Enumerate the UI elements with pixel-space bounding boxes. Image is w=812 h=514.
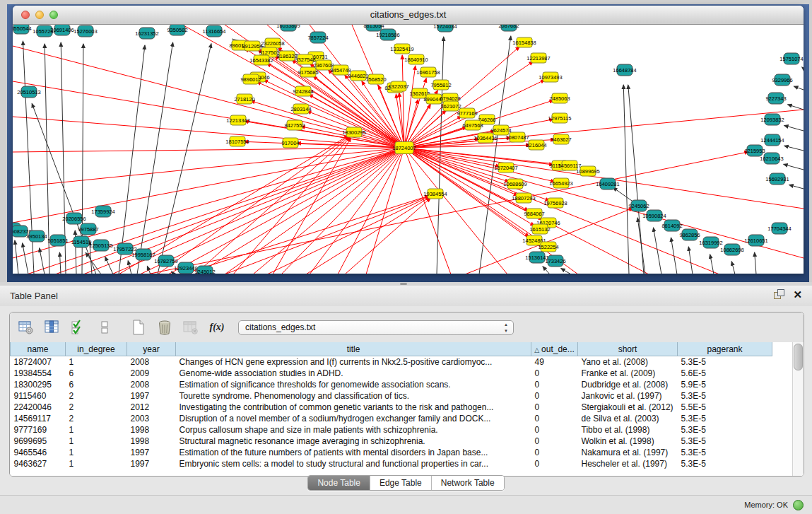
clear-selection-button[interactable] (95, 317, 114, 337)
close-panel-icon[interactable]: ✕ (793, 289, 802, 300)
svg-text:9329966: 9329966 (772, 77, 792, 83)
tab-node-table[interactable]: Node Table (308, 476, 370, 490)
graph-node[interactable]: 9329966 (772, 74, 792, 86)
graph-node[interactable]: 1568520 (365, 74, 386, 84)
svg-text:16648784: 16648784 (613, 67, 636, 74)
table-cell: Jankovic et al. (1997) (578, 390, 678, 402)
delete-table-button[interactable] (181, 317, 201, 337)
new-column-button[interactable] (129, 317, 148, 337)
svg-text:19958167: 19958167 (131, 252, 155, 258)
float-panel-icon[interactable] (774, 289, 784, 300)
graph-node[interactable]: 9245062 (628, 200, 649, 211)
graph-node[interactable]: 9245012 (194, 266, 215, 274)
delete-columns-button[interactable] (155, 317, 175, 337)
graph-node[interactable]: 9975887 (78, 223, 98, 235)
table-scrollbar[interactable] (792, 342, 804, 476)
graph-node[interactable]: 9350582 (167, 25, 187, 35)
split-divider-handle[interactable] (400, 283, 407, 285)
column-header-year[interactable]: year (127, 342, 176, 356)
graph-node[interactable]: 7955812 (430, 80, 451, 90)
table-cell: 9463627 (11, 458, 66, 469)
graph-node[interactable]: 7857224 (307, 32, 328, 43)
svg-text:17359924: 17359924 (91, 209, 114, 215)
graph-node[interactable]: 1522254 (538, 242, 558, 252)
graph-node[interactable]: 1154519 (71, 236, 92, 247)
network-window[interactable]: citations_edges.txt 89601238912954232260… (13, 6, 804, 274)
graph-node[interactable]: 1322037 (388, 81, 408, 91)
graph-node[interactable]: 6497568 (462, 120, 483, 130)
column-header-name[interactable]: name (11, 342, 66, 356)
zoom-window-button[interactable] (49, 11, 58, 19)
table-row[interactable]: 1938455462009Genome-wide association stu… (11, 368, 772, 379)
svg-text:6216044: 6216044 (526, 142, 546, 148)
column-header-pagerank[interactable]: pagerank (678, 342, 772, 356)
graph-node[interactable]: 9242844 (293, 86, 313, 96)
graph-node[interactable]: 8427552 (284, 120, 305, 130)
column-header-out-de-[interactable]: △out_de... (531, 342, 578, 356)
table-cell: 2003 (127, 413, 176, 424)
table-row[interactable]: 946554611997Estimation of the future num… (11, 447, 772, 458)
svg-text:10590824: 10590824 (642, 213, 666, 219)
graph-node[interactable]: 18724007 (392, 142, 416, 154)
graph-node[interactable]: 5051851 (47, 235, 68, 246)
table-row[interactable]: 911546021997Tourette syndrome. Phenomeno… (11, 390, 772, 402)
graph-node[interactable]: 9175685 (298, 67, 318, 77)
show-columns-button[interactable] (42, 317, 62, 337)
svg-text:15724034: 15724034 (433, 25, 457, 30)
graph-node[interactable]: 917004 (281, 138, 299, 148)
graph-node[interactable]: 9884067 (524, 209, 544, 218)
graph-node[interactable]: 9227343 (765, 93, 786, 104)
network-window-titlebar[interactable]: citations_edges.txt (13, 6, 804, 25)
column-header-title[interactable]: title (176, 342, 531, 356)
graph-node[interactable]: 2803144 (290, 104, 311, 114)
graph-node[interactable]: 8950134 (26, 230, 47, 242)
graph-node[interactable]: 9862856 (679, 229, 700, 240)
column-header-in-degree[interactable]: in_degree (66, 342, 127, 356)
node-table[interactable]: namein_degreeyeartitle△out_de...shortpag… (10, 342, 772, 469)
function-builder-button[interactable]: f(x) (207, 317, 227, 337)
table-mode-icon (18, 320, 34, 335)
svg-text:2718120: 2718120 (234, 96, 254, 103)
table-row[interactable]: 969969511998Structural magnetic resonanc… (11, 436, 772, 447)
graph-node[interactable]: 9327548 (295, 54, 315, 64)
graph-node[interactable]: 9777169 (457, 108, 477, 118)
svg-text:20510513: 20510513 (17, 89, 40, 95)
column-header-short[interactable]: short (578, 342, 678, 356)
graph-node[interactable]: 8186328 (276, 51, 297, 61)
graph-node[interactable]: 1615132 (529, 224, 550, 234)
graph-node[interactable]: 6216044 (526, 140, 546, 150)
table-row[interactable]: 1456911722003Disruption of a novel membe… (11, 413, 772, 424)
svg-text:15720407: 15720407 (494, 165, 517, 171)
svg-text:9463627: 9463627 (551, 136, 571, 143)
minimize-window-button[interactable] (35, 11, 44, 19)
graph-node[interactable]: 9896012 (240, 74, 261, 84)
table-cell: 18724007 (11, 356, 66, 368)
svg-text:7857224: 7857224 (307, 35, 328, 41)
tab-network-table[interactable]: Network Table (432, 476, 504, 490)
table-row[interactable]: 1830029562008Estimation of significance … (11, 379, 772, 390)
tab-edge-table[interactable]: Edge Table (370, 476, 432, 490)
table-row[interactable]: 2242004622012Investigating the contribut… (11, 402, 772, 413)
graph-node[interactable]: 8614092 (661, 220, 682, 231)
table-cell: 1997 (127, 458, 176, 469)
table-cell: 0 (531, 413, 578, 424)
graph-node[interactable]: 2718120 (234, 94, 254, 104)
graph-node[interactable]: 7485063 (549, 93, 570, 103)
table-cell: 1 (66, 356, 127, 368)
svg-text:16231352: 16231352 (135, 30, 158, 37)
table-scrollbar-thumb[interactable] (794, 344, 803, 370)
graph-node[interactable]: 9463627 (551, 134, 571, 144)
select-all-button[interactable] (69, 317, 88, 337)
svg-text:9777169: 9777169 (457, 110, 477, 117)
svg-text:5051851: 5051851 (47, 238, 68, 244)
table-mode-button[interactable] (16, 317, 36, 337)
table-cell: 5.3E-5 (678, 424, 772, 436)
close-window-button[interactable] (21, 11, 30, 19)
graph-node[interactable]: 1733426 (545, 255, 565, 267)
table-row[interactable]: 946362711997Embryonic stem cells: a mode… (11, 458, 772, 469)
table-source-select[interactable]: citations_edges.txt ▲▼ (238, 320, 514, 335)
svg-text:12213343: 12213343 (226, 117, 249, 124)
table-row[interactable]: 977716911998Corpus callosum shape and si… (11, 424, 772, 436)
network-canvas[interactable]: 8960123891295423226058912750381863281546… (13, 25, 804, 274)
table-row[interactable]: 1872400712008Changes of HCN gene express… (11, 356, 772, 368)
